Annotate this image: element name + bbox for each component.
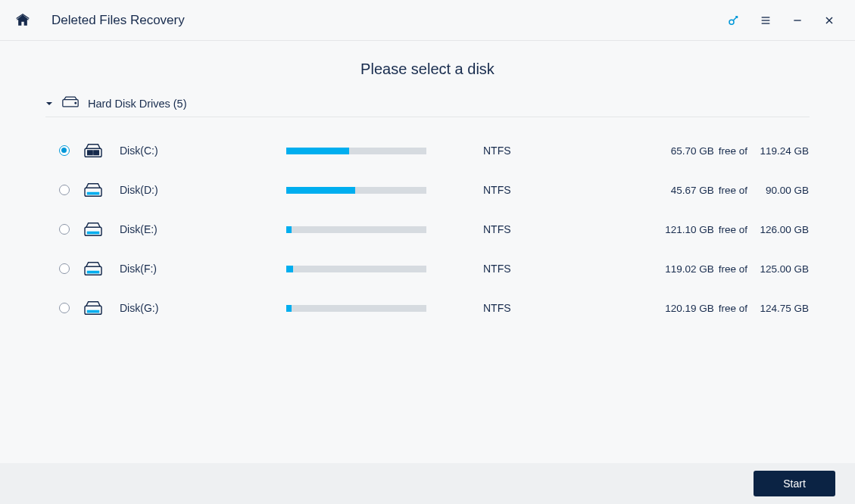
close-button[interactable]: [819, 10, 840, 31]
disk-free: 121.10 GB: [655, 224, 714, 235]
svg-rect-13: [94, 154, 98, 155]
usage-bar: [286, 187, 453, 194]
disk-name: Disk(G:): [120, 302, 286, 314]
disk-radio-cell[interactable]: [45, 185, 83, 195]
start-button[interactable]: Start: [754, 471, 835, 496]
disk-name: Disk(C:): [120, 145, 286, 157]
disk-row[interactable]: Disk(G:)NTFS120.19 GBfree of124.75 GB: [45, 288, 810, 328]
disk-name: Disk(F:): [120, 263, 286, 275]
section-hdd-label: Hard Disk Drives (5): [88, 98, 187, 110]
disk-row[interactable]: Disk(E:)NTFS121.10 GBfree of126.00 GB: [45, 210, 810, 249]
disk-size: 121.10 GBfree of126.00 GB: [582, 224, 809, 235]
disk-row[interactable]: Disk(C:)NTFS65.70 GBfree of119.24 GB: [45, 131, 810, 170]
disk-total: 90.00 GB: [752, 185, 809, 196]
caret-down-icon: [45, 98, 53, 110]
usage-bar: [286, 266, 453, 272]
svg-point-0: [729, 20, 734, 24]
disk-radio-cell[interactable]: [45, 263, 83, 274]
svg-rect-19: [87, 271, 100, 274]
radio-icon[interactable]: [59, 145, 70, 156]
disk-row[interactable]: Disk(D:)NTFS45.67 GBfree of90.00 GB: [45, 170, 810, 210]
disk-total: 126.00 GB: [752, 224, 809, 235]
disk-size: 45.67 GBfree of90.00 GB: [582, 185, 809, 196]
usage-bar: [286, 226, 453, 233]
page-title-text: Deleted Files Recovery: [51, 13, 185, 28]
disk-name: Disk(D:): [120, 184, 286, 196]
svg-point-8: [75, 102, 76, 104]
page-heading: Please select a disk: [45, 41, 810, 92]
radio-icon[interactable]: [59, 224, 70, 235]
disk-free: 65.70 GB: [655, 145, 714, 157]
hdd-icon: [62, 96, 79, 110]
free-of-label: free of: [714, 303, 752, 314]
menu-button[interactable]: [755, 10, 776, 31]
disk-filesystem: NTFS: [453, 184, 582, 196]
main-content: Please select a disk Hard Disk Drives (5…: [0, 41, 855, 328]
key-button[interactable]: [723, 10, 744, 31]
svg-rect-15: [87, 192, 100, 195]
radio-icon[interactable]: [59, 263, 70, 274]
free-of-label: free of: [714, 145, 752, 157]
disk-icon: [83, 182, 120, 198]
free-of-label: free of: [714, 224, 752, 235]
svg-rect-21: [87, 310, 100, 313]
svg-rect-10: [88, 151, 92, 153]
disk-free: 120.19 GB: [655, 303, 714, 314]
svg-rect-12: [88, 154, 92, 155]
disk-total: 119.24 GB: [752, 145, 809, 157]
minimize-button[interactable]: [787, 10, 808, 31]
disk-list: Disk(C:)NTFS65.70 GBfree of119.24 GBDisk…: [45, 117, 810, 328]
disk-filesystem: NTFS: [453, 145, 582, 157]
disk-size: 65.70 GBfree of119.24 GB: [582, 145, 809, 157]
disk-size: 119.02 GBfree of125.00 GB: [582, 263, 809, 275]
disk-name: Disk(E:): [120, 223, 286, 235]
titlebar: Deleted Files Recovery: [0, 0, 855, 41]
radio-icon[interactable]: [59, 303, 70, 313]
usage-bar: [286, 305, 453, 312]
footer-bar: Start: [0, 463, 855, 504]
disk-icon: [83, 300, 120, 316]
free-of-label: free of: [714, 185, 752, 196]
usage-bar: [286, 148, 453, 154]
free-of-label: free of: [714, 263, 752, 275]
disk-radio-cell[interactable]: [45, 145, 83, 156]
disk-free: 45.67 GB: [655, 185, 714, 196]
disk-total: 125.00 GB: [752, 263, 809, 275]
section-hdd-header[interactable]: Hard Disk Drives (5): [45, 92, 810, 117]
radio-icon[interactable]: [59, 185, 70, 195]
disk-size: 120.19 GBfree of124.75 GB: [582, 303, 809, 314]
disk-free: 119.02 GB: [655, 263, 714, 275]
disk-radio-cell[interactable]: [45, 224, 83, 235]
disk-icon: [83, 221, 120, 238]
svg-rect-17: [87, 232, 100, 235]
disk-radio-cell[interactable]: [45, 303, 83, 313]
disk-filesystem: NTFS: [453, 263, 582, 275]
disk-row[interactable]: Disk(F:)NTFS119.02 GBfree of125.00 GB: [45, 249, 810, 288]
disk-total: 124.75 GB: [752, 303, 809, 314]
svg-rect-11: [94, 151, 98, 153]
disk-filesystem: NTFS: [453, 302, 582, 314]
home-icon[interactable]: [15, 13, 30, 28]
disk-filesystem: NTFS: [453, 223, 582, 235]
disk-icon: [83, 142, 120, 159]
disk-icon: [83, 260, 120, 277]
